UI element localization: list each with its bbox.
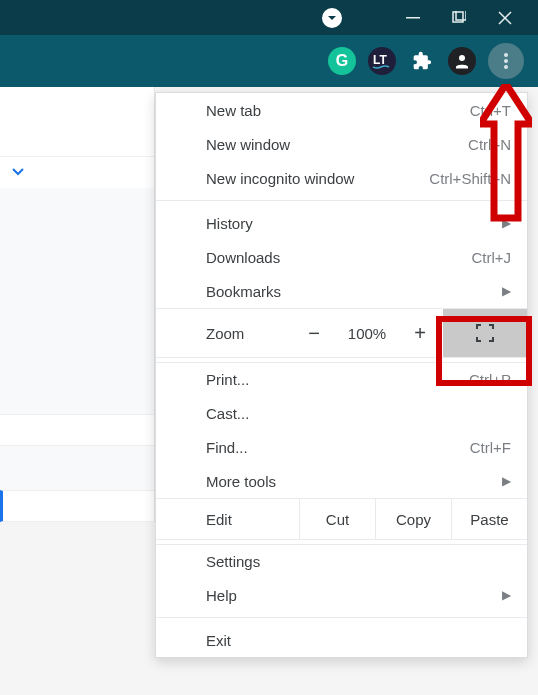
menu-history[interactable]: History ▶ [156,206,527,240]
svg-point-4 [459,55,465,61]
menu-label: More tools [206,473,276,490]
menu-bookmarks[interactable]: Bookmarks ▶ [156,274,527,308]
menu-edit-row: Edit Cut Copy Paste [156,498,527,540]
menu-label: Print... [206,371,249,388]
profile-icon[interactable] [448,47,476,75]
menu-shortcut: Ctrl+F [470,439,511,456]
languagetool-icon[interactable]: LT [368,47,396,75]
tab-dropdown-icon[interactable] [322,8,342,28]
window-titlebar [0,0,538,35]
menu-shortcut: Ctrl+J [471,249,511,266]
window-minimize-button[interactable] [390,0,436,35]
menu-label: Settings [206,553,260,570]
menu-shortcut: Ctrl+Shift+N [429,170,511,187]
menu-find[interactable]: Find... Ctrl+F [156,430,527,464]
menu-downloads[interactable]: Downloads Ctrl+J [156,240,527,274]
cut-button[interactable]: Cut [299,499,375,539]
menu-settings[interactable]: Settings [156,544,527,578]
menu-print[interactable]: Print... Ctrl+P [156,362,527,396]
menu-shortcut: Ctrl+N [468,136,511,153]
menu-separator [156,617,527,618]
zoom-out-button[interactable]: − [291,322,337,345]
menu-cast[interactable]: Cast... [156,396,527,430]
menu-label: New window [206,136,290,153]
chevron-down-icon [0,157,154,188]
menu-label: New incognito window [206,170,354,187]
menu-new-incognito[interactable]: New incognito window Ctrl+Shift+N [156,161,527,195]
zoom-value: 100% [337,325,397,342]
menu-label: History [206,215,253,232]
submenu-arrow-icon: ▶ [502,588,511,602]
submenu-arrow-icon: ▶ [502,216,511,230]
menu-help[interactable]: Help ▶ [156,578,527,612]
copy-button[interactable]: Copy [375,499,451,539]
menu-label: Find... [206,439,248,456]
menu-label: Exit [206,632,231,649]
menu-separator [156,200,527,201]
menu-new-window[interactable]: New window Ctrl+N [156,127,527,161]
svg-rect-0 [406,17,420,19]
menu-new-tab[interactable]: New tab Ctrl+T [156,93,527,127]
menu-shortcut: Ctrl+P [469,371,511,388]
window-maximize-button[interactable] [436,0,482,35]
more-menu-button[interactable] [488,43,524,79]
browser-toolbar: G LT [0,35,538,87]
menu-label: Bookmarks [206,283,281,300]
edit-label: Edit [156,499,299,539]
grammarly-icon[interactable]: G [328,47,356,75]
paste-button[interactable]: Paste [451,499,527,539]
menu-more-tools[interactable]: More tools ▶ [156,464,527,498]
menu-label: Cast... [206,405,249,422]
fullscreen-icon [476,324,494,342]
submenu-arrow-icon: ▶ [502,474,511,488]
page-background [0,87,155,522]
window-close-button[interactable] [482,0,528,35]
menu-label: New tab [206,102,261,119]
menu-exit[interactable]: Exit [156,623,527,657]
submenu-arrow-icon: ▶ [502,284,511,298]
zoom-label: Zoom [156,325,291,342]
svg-text:LT: LT [373,53,387,67]
menu-label: Downloads [206,249,280,266]
browser-menu: New tab Ctrl+T New window Ctrl+N New inc… [155,92,528,658]
menu-shortcut: Ctrl+T [470,102,511,119]
zoom-in-button[interactable]: + [397,322,443,345]
menu-label: Help [206,587,237,604]
extensions-icon[interactable] [408,47,436,75]
menu-zoom-row: Zoom − 100% + [156,308,527,358]
fullscreen-button[interactable] [443,309,527,357]
